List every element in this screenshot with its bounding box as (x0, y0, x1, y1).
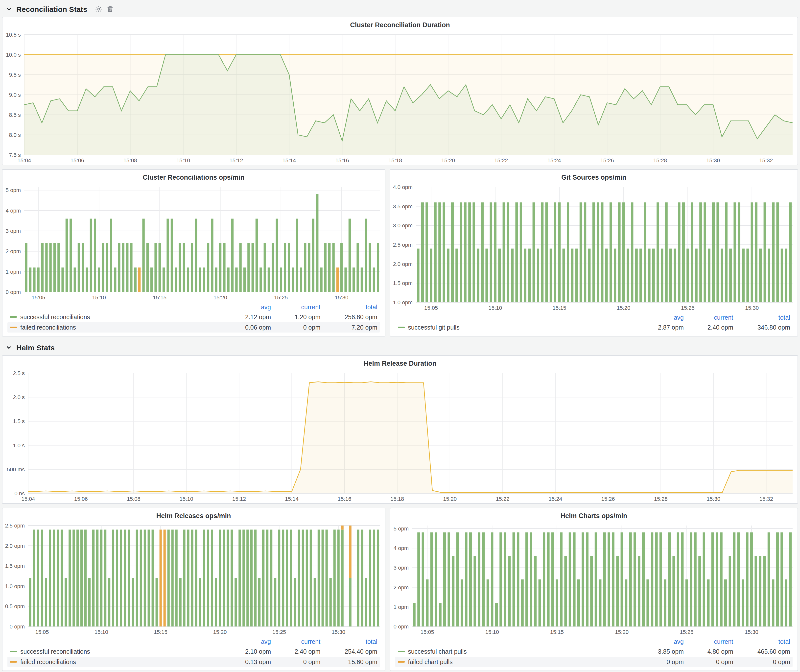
legend-header-avg[interactable]: avg (639, 638, 684, 645)
legend-label: successful git pulls (408, 324, 459, 331)
svg-text:15:08: 15:08 (123, 157, 137, 163)
legend-current-value: 1.20 opm (271, 314, 320, 320)
svg-text:15:12: 15:12 (232, 496, 246, 502)
legend: avg current total successful git pulls 2… (390, 312, 798, 336)
svg-text:15:05: 15:05 (35, 629, 49, 635)
legend-header-avg[interactable]: avg (226, 638, 271, 645)
svg-text:15:25: 15:25 (680, 629, 693, 635)
series-swatch (10, 326, 17, 328)
legend-header-avg[interactable]: avg (639, 314, 684, 321)
svg-text:15:25: 15:25 (274, 294, 288, 301)
svg-text:15:15: 15:15 (552, 305, 566, 311)
panel-cluster-reconciliations-ops: Cluster Reconciliations ops/min 0 opm1 o… (2, 169, 385, 336)
legend-row: successful git pulls 2.87 opm 2.40 opm 3… (395, 322, 793, 333)
panel-title[interactable]: Helm Release Duration (2, 356, 798, 368)
legend-item-successful-git-pulls[interactable]: successful git pulls (398, 324, 639, 331)
svg-text:15:32: 15:32 (759, 157, 773, 163)
legend-header-current[interactable]: current (271, 638, 320, 645)
svg-text:4 opm: 4 opm (393, 545, 408, 551)
svg-text:15:14: 15:14 (285, 496, 299, 502)
legend-label: successful reconciliations (20, 648, 90, 655)
legend-item-successful-reconciliations[interactable]: successful reconciliations (10, 648, 226, 655)
chevron-down-icon (5, 343, 13, 351)
legend-total-value: 254.40 opm (320, 648, 377, 655)
svg-text:15:20: 15:20 (213, 629, 227, 635)
svg-text:15:06: 15:06 (70, 157, 84, 163)
svg-text:2.5 opm: 2.5 opm (393, 242, 413, 248)
svg-text:9.5 s: 9.5 s (9, 72, 21, 78)
section-helm-stats[interactable]: Helm Stats (0, 338, 800, 355)
panel-title[interactable]: Cluster Reconciliation Duration (2, 17, 798, 30)
svg-text:15:26: 15:26 (601, 496, 615, 502)
gear-icon[interactable] (95, 5, 102, 13)
legend-label: successful reconciliations (20, 314, 90, 320)
svg-text:15:30: 15:30 (335, 294, 348, 301)
legend-header-avg[interactable]: avg (226, 304, 271, 311)
svg-text:2.5 opm: 2.5 opm (5, 523, 25, 529)
git-sources-ops-chart[interactable]: 1.0 opm1.5 opm2.0 opm2.5 opm3.0 opm3.5 o… (390, 182, 798, 312)
legend-header-total[interactable]: total (733, 638, 790, 645)
panel-title[interactable]: Cluster Reconciliations ops/min (2, 170, 385, 182)
svg-text:15:16: 15:16 (336, 157, 349, 163)
svg-text:15:10: 15:10 (176, 157, 190, 163)
panel-helm-release-duration: Helm Release Duration 0 ns500 ms1.0 s1.5… (2, 355, 798, 504)
panel-helm-charts-ops: Helm Charts ops/min 0 opm1 opm2 opm3 opm… (390, 508, 798, 671)
svg-text:15:18: 15:18 (388, 157, 402, 163)
grafana-dashboard: Reconciliation Stats Cluster Reconciliat… (0, 0, 800, 672)
helm-releases-ops-chart[interactable]: 0 opm0.5 opm1.0 opm1.5 opm2.0 opm2.5 opm… (2, 521, 385, 636)
legend-header-total[interactable]: total (320, 638, 377, 645)
svg-text:10.5 s: 10.5 s (6, 32, 21, 38)
legend-header-current[interactable]: current (684, 314, 733, 321)
section-title: Helm Stats (16, 343, 55, 352)
legend-current-value: 2.40 opm (271, 648, 320, 655)
helm-release-duration-chart[interactable]: 0 ns500 ms1.0 s1.5 s2.0 s2.5 s15:0415:06… (2, 368, 798, 503)
legend: avg current total successful reconciliat… (2, 302, 385, 336)
legend-item-failed-reconciliations[interactable]: failed reconciliations (10, 324, 226, 331)
section-reconciliation-stats[interactable]: Reconciliation Stats (0, 0, 800, 17)
legend-item-failed-chart-pulls[interactable]: failed chart pulls (398, 658, 639, 665)
panel-title[interactable]: Helm Releases ops/min (2, 508, 385, 521)
legend-avg-value: 2.10 opm (226, 648, 271, 655)
legend-header-total[interactable]: total (733, 314, 790, 321)
panel-title[interactable]: Helm Charts ops/min (390, 508, 798, 521)
svg-text:15:10: 15:10 (94, 629, 108, 635)
svg-text:15:05: 15:05 (424, 305, 438, 311)
legend-item-successful-reconciliations[interactable]: successful reconciliations (10, 314, 226, 320)
svg-text:15:20: 15:20 (213, 294, 227, 301)
panel-cluster-reconciliation-duration: Cluster Reconciliation Duration 7.5 s8.0… (2, 17, 798, 165)
svg-text:3 opm: 3 opm (6, 228, 21, 234)
series-swatch (10, 651, 17, 652)
legend-header-current[interactable]: current (271, 304, 320, 311)
legend-total-value: 256.80 opm (320, 314, 377, 320)
svg-text:15:25: 15:25 (681, 305, 694, 311)
svg-text:15:24: 15:24 (547, 157, 561, 163)
legend-total-value: 0 opm (733, 658, 790, 665)
svg-text:2.0 opm: 2.0 opm (393, 261, 413, 267)
legend-avg-value: 2.12 opm (226, 314, 271, 320)
trash-icon[interactable] (106, 5, 114, 13)
panel-title[interactable]: Git Sources ops/min (390, 170, 798, 182)
legend-row: successful chart pulls 3.85 opm 4.80 opm… (395, 646, 793, 657)
series-swatch (10, 316, 17, 318)
cluster-reconciliation-duration-chart[interactable]: 7.5 s8.0 s8.5 s9.0 s9.5 s10.0 s10.5 s15:… (2, 30, 798, 165)
legend-header-total[interactable]: total (320, 304, 377, 311)
svg-text:15:30: 15:30 (332, 629, 345, 635)
helm-charts-ops-chart[interactable]: 0 opm1 opm2 opm3 opm4 opm5 opm15:0515:10… (390, 521, 798, 636)
svg-text:3.5 opm: 3.5 opm (393, 203, 413, 210)
legend: avg current total successful chart pulls… (390, 636, 798, 670)
legend-header-current[interactable]: current (684, 638, 733, 645)
svg-text:15:10: 15:10 (92, 294, 106, 301)
svg-text:4 opm: 4 opm (6, 208, 21, 214)
svg-text:15:04: 15:04 (17, 157, 31, 163)
legend: avg current total successful reconciliat… (2, 636, 385, 670)
svg-text:15:06: 15:06 (74, 496, 88, 502)
svg-text:15:18: 15:18 (390, 496, 404, 502)
svg-text:15:25: 15:25 (272, 629, 286, 635)
series-swatch (10, 661, 17, 662)
svg-text:1 opm: 1 opm (393, 604, 408, 610)
svg-text:15:05: 15:05 (420, 629, 434, 635)
legend-item-failed-reconciliations[interactable]: failed reconciliations (10, 658, 226, 665)
legend-item-successful-chart-pulls[interactable]: successful chart pulls (398, 648, 639, 655)
cluster-reconciliations-ops-chart[interactable]: 0 opm1 opm2 opm3 opm4 opm5 opm15:0515:10… (2, 182, 385, 302)
svg-text:3.0 opm: 3.0 opm (393, 222, 413, 229)
